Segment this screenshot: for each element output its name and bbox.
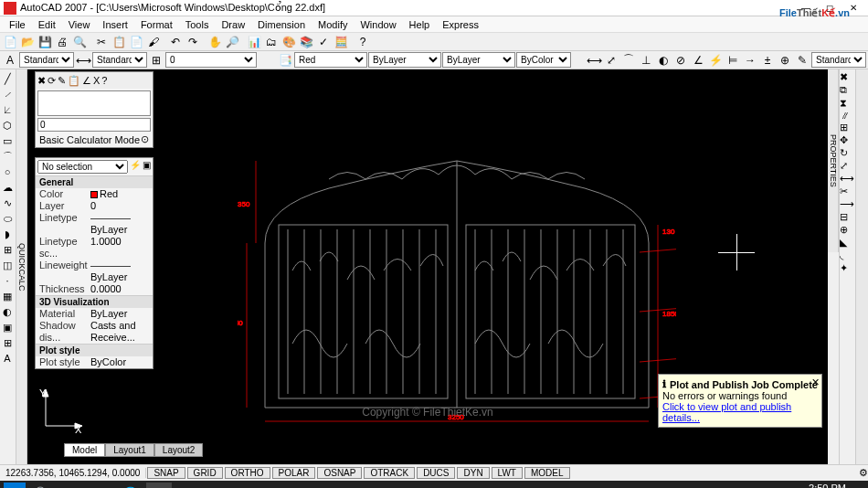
mode-ducs[interactable]: DUCS (417, 467, 455, 479)
xline-icon[interactable]: ⟋ (0, 87, 15, 101)
undo-icon[interactable]: ↶ (167, 34, 184, 50)
break-icon[interactable]: ⊟ (840, 211, 855, 223)
calculator-icon[interactable]: 🧮 (333, 34, 349, 50)
menu-window[interactable]: Window (355, 18, 401, 31)
line-icon[interactable]: ╱ (0, 71, 15, 86)
calc-history-icon[interactable]: ⟳ (48, 75, 56, 87)
props-row[interactable]: ColorRed (36, 188, 153, 200)
tab-model[interactable]: Model (64, 443, 105, 457)
mirror-icon[interactable]: ⧗ (840, 97, 855, 109)
calc-var-icon[interactable]: X (93, 75, 100, 86)
props-section[interactable]: 3D Visualization (36, 295, 153, 308)
stretch-icon[interactable]: ⟷ (840, 173, 855, 185)
menu-express[interactable]: Express (437, 18, 484, 31)
tab-layout1[interactable]: Layout1 (105, 443, 154, 457)
quickcalc-label[interactable]: QUICKCALC (16, 69, 27, 464)
match-icon[interactable]: 🖌 (145, 34, 162, 50)
layer-tool-icon[interactable]: 📑 (277, 52, 293, 69)
props-row[interactable]: Layer0 (36, 200, 153, 212)
dim-icon[interactable]: ⟷ (75, 52, 91, 69)
dim-angular-icon[interactable]: ∠ (690, 52, 706, 69)
designcenter-icon[interactable]: 🗂 (263, 34, 280, 50)
table-icon[interactable]: ⊞ (0, 335, 15, 350)
scrollbar-vertical[interactable] (855, 69, 868, 464)
calc-paste-icon[interactable]: 📋 (68, 75, 80, 87)
offset-icon[interactable]: ⫽ (840, 110, 855, 121)
insert-icon[interactable]: ⊞ (0, 242, 15, 257)
open-icon[interactable]: 📂 (19, 34, 36, 50)
mode-dyn[interactable]: DYN (457, 467, 489, 479)
dim-tol-icon[interactable]: ± (759, 52, 776, 69)
revcloud-icon[interactable]: ☁ (0, 180, 15, 195)
properties-label[interactable]: PROPERTIES (828, 69, 839, 252)
dim-center-icon[interactable]: ⊕ (777, 52, 793, 69)
calc-pick-icon[interactable]: ✎ (58, 75, 66, 87)
hatch-icon[interactable]: ▦ (0, 289, 15, 303)
lineweight-select[interactable]: ByLayer (368, 52, 441, 68)
taskbar-clock[interactable]: 2:50 PM03/12/2022 (796, 483, 846, 488)
cut-icon[interactable]: ✂ (93, 34, 110, 50)
calc-angle-icon[interactable]: ∠ (82, 75, 91, 87)
trim-icon[interactable]: ✂ (840, 186, 855, 197)
start-button[interactable]: ⊞ (4, 483, 26, 488)
dim-edit-icon[interactable]: ✎ (794, 52, 810, 69)
new-icon[interactable]: 📄 (2, 34, 18, 50)
join-icon[interactable]: ⊕ (840, 224, 855, 236)
block-icon[interactable]: ◫ (0, 258, 15, 272)
copy-obj-icon[interactable]: ⧉ (840, 84, 855, 96)
menu-view[interactable]: View (63, 18, 96, 31)
dim-baseline-icon[interactable]: ⊨ (725, 52, 741, 69)
notif-link[interactable]: Click to view plot and publish details..… (662, 401, 791, 423)
mode-lwt[interactable]: LWT (492, 467, 523, 479)
menu-dimension[interactable]: Dimension (252, 18, 311, 31)
dim-continue-icon[interactable]: → (742, 52, 758, 69)
plotstyle-select[interactable]: ByColor (516, 52, 571, 68)
arc-icon[interactable]: ⌒ (0, 149, 15, 164)
fillet-icon[interactable]: ◟ (840, 249, 855, 261)
color-select[interactable]: Red (294, 52, 367, 68)
pan-icon[interactable]: ✋ (206, 34, 223, 50)
status-tool-icon[interactable]: ⚙ (859, 467, 868, 479)
text-icon[interactable]: A (0, 351, 15, 366)
mode-snap[interactable]: SNAP (147, 467, 185, 479)
textstyle-select[interactable]: Standard (19, 52, 74, 68)
ellipse-icon[interactable]: ⬭ (0, 211, 15, 226)
plot-preview-icon[interactable]: 🔍 (71, 34, 88, 50)
quickcalc-panel[interactable]: ✖ ⟳ ✎ 📋 ∠ X ? 0 Basic Calculator Mode⊙ (35, 71, 153, 148)
notif-close-icon[interactable]: ✕ (811, 377, 820, 388)
props-row[interactable]: Lineweight———— ByLayer (36, 260, 153, 283)
props-section[interactable]: General (36, 175, 153, 188)
props-row[interactable]: Shadow dis...Casts and Receive... (36, 320, 153, 344)
paste-icon[interactable]: 📄 (128, 34, 144, 50)
selection-dropdown[interactable]: No selection (37, 160, 128, 174)
table-icon[interactable]: ⊞ (148, 52, 164, 69)
dim-quick-icon[interactable]: ⚡ (707, 52, 724, 69)
props-section[interactable]: Plot style (36, 344, 153, 356)
chrome-icon[interactable]: 🌐 (117, 483, 143, 488)
dimstyle2-select[interactable]: Standard (811, 52, 866, 68)
copy-icon[interactable]: 📋 (111, 34, 127, 50)
drawing-canvas[interactable]: ✖ ⟳ ✎ 📋 ∠ X ? 0 Basic Calculator Mode⊙ N… (27, 69, 828, 464)
polygon-icon[interactable]: ⬡ (0, 118, 15, 133)
quickselect-icon[interactable]: ⚡ (130, 160, 141, 174)
calc-help-icon[interactable]: ? (101, 75, 107, 86)
polyline-icon[interactable]: ⟀ (0, 102, 15, 117)
mode-osnap[interactable]: OSNAP (317, 467, 362, 479)
props-row[interactable]: Thickness0.0000 (36, 283, 153, 295)
dim-radius-icon[interactable]: ◐ (655, 52, 672, 69)
props-row[interactable]: Plot styleByColor (36, 356, 153, 368)
linetype-select[interactable]: ByLayer (442, 52, 515, 68)
point-icon[interactable]: · (0, 273, 15, 288)
menu-file[interactable]: File (4, 18, 31, 31)
selectobj-icon[interactable]: ▣ (143, 160, 151, 174)
region-icon[interactable]: ▣ (0, 320, 15, 334)
mode-ortho[interactable]: ORTHO (225, 467, 270, 479)
redo-icon[interactable]: ↷ (185, 34, 201, 50)
autocad-taskbar-icon[interactable]: A (146, 483, 172, 488)
markup-icon[interactable]: ✓ (315, 34, 332, 50)
menu-help[interactable]: Help (404, 18, 436, 31)
menu-format[interactable]: Format (135, 18, 178, 31)
menu-draw[interactable]: Draw (216, 18, 250, 31)
taskview-icon[interactable]: ⊡ (58, 483, 84, 488)
menu-insert[interactable]: Insert (97, 18, 133, 31)
